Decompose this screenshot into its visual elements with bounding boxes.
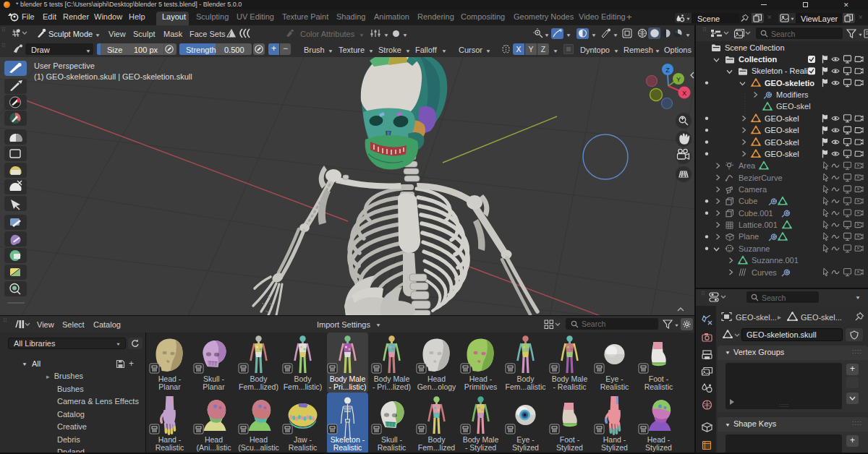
svg-text:Realistic: Realistic [378,443,407,452]
svg-text:Plane: Plane [739,232,759,241]
svg-text:- Pri...listic): - Pri...listic) [329,382,367,391]
svg-text:Primitives: Primitives [464,382,498,391]
svg-text:Stylized: Stylized [556,443,583,452]
svg-text:Fem...listic): Fem...listic) [284,382,323,391]
svg-text:GEO-skel: GEO-skel [765,138,799,147]
svg-text:Lattice.001: Lattice.001 [739,220,778,229]
svg-text:GEO-skel: GEO-skel [765,114,799,123]
svg-text:Collection: Collection [739,55,777,64]
svg-text:- Realistic: - Realistic [553,382,586,391]
svg-text:Realistic: Realistic [644,382,673,391]
svg-text:Planar: Planar [158,382,181,391]
svg-text:Cube.001: Cube.001 [739,209,773,218]
svg-text:Curves: Curves [752,268,777,277]
svg-text:Suzanne: Suzanne [739,244,770,253]
svg-text:Stylized: Stylized [645,443,672,452]
svg-text:Planar: Planar [203,382,225,391]
svg-text:Realistic: Realistic [600,382,629,391]
svg-text:BezierCurve: BezierCurve [739,174,783,182]
svg-text:Realistic: Realistic [156,443,184,452]
svg-text:Suzanne.001: Suzanne.001 [752,256,799,265]
svg-text:- Pri...lized): - Pri...lized) [373,382,411,391]
svg-text:Realistic: Realistic [333,443,362,452]
svg-text:Stylized: Stylized [601,443,628,452]
svg-text:GEO-skel: GEO-skel [765,126,799,134]
svg-text:Modifiers: Modifiers [776,90,809,99]
svg-text:GEO-skeletio: GEO-skeletio [765,79,814,87]
svg-text:Skeleton - Realis: Skeleton - Realis [752,67,812,75]
svg-text:Scene Collection: Scene Collection [725,43,785,52]
svg-text:(Scu...alistic: (Scu...alistic [238,443,279,452]
svg-text:Camera: Camera [739,185,767,194]
svg-text:Y: Y [676,76,681,83]
svg-text:GEO-skel: GEO-skel [765,150,799,158]
svg-text:Area: Area [739,161,756,170]
svg-text:GEO-skel: GEO-skel [776,102,811,111]
svg-text:Z: Z [665,67,670,74]
svg-text:Stylized: Stylized [512,443,539,452]
svg-text:(Ani...listic: (Ani...listic [197,443,231,452]
svg-text:Gen...ology: Gen...ology [417,382,456,391]
svg-text:Fem...alistic: Fem...alistic [505,382,545,391]
svg-text:Realistic: Realistic [289,443,318,452]
svg-text:Cube: Cube [739,197,757,205]
svg-text:- Stylized: - Stylized [465,443,496,452]
svg-text:Fem...lized: Fem...lized [418,443,456,452]
svg-text:Fem...lized): Fem...lized) [239,382,278,391]
svg-text:X: X [682,90,686,97]
